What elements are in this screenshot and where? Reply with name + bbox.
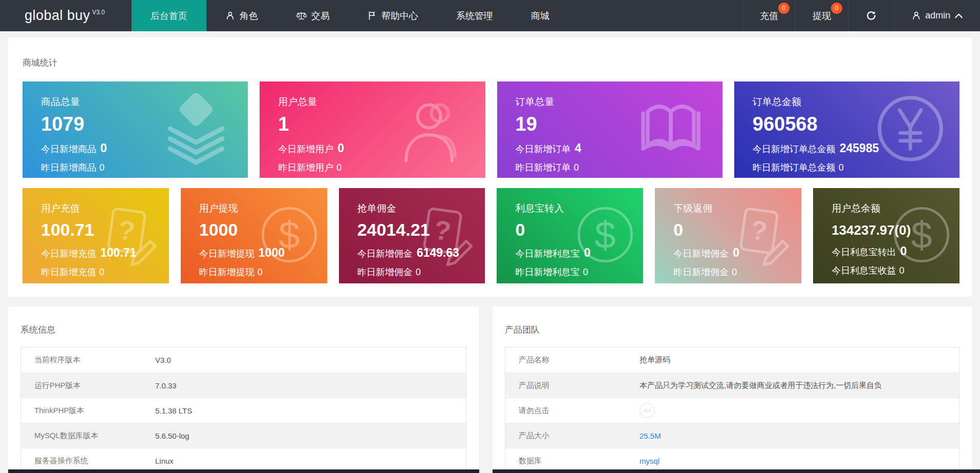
404-badge[interactable]: 404 — [640, 403, 655, 418]
table-row: ThinkPHP版本 5.1.38 LTS — [21, 398, 466, 423]
recharge-badge: 0 — [778, 3, 790, 14]
system-info-panel: 系统信息 当前程序版本 V3.0 运行PHP版本 7.0.33 ThinkPHP… — [8, 306, 479, 473]
dollar-circle-icon: $ — [891, 204, 952, 268]
admin-username: admin — [925, 10, 950, 21]
svg-text:?: ? — [749, 214, 770, 246]
stat-card-user-withdraw: 用户提现 1000 今日新增提现1000 昨日新增提现0 $ — [181, 188, 327, 283]
table-row: 运行PHP版本 7.0.33 — [21, 373, 466, 398]
svg-text:$: $ — [595, 214, 616, 256]
svg-text:$: $ — [279, 214, 300, 256]
users-icon — [395, 90, 472, 169]
stats-section-title: 商城统计 — [23, 57, 960, 69]
navbar-right: 充值 0 提现 0 admin — [742, 0, 980, 31]
stats-row-2: 用户充值 100.71 今日新增充值100.71 昨日新增充值0 ? 用户提现 … — [23, 188, 960, 283]
document-question-icon: ? — [730, 203, 794, 269]
chevron-up-icon — [954, 13, 963, 19]
nav-item-roles[interactable]: 角色 — [206, 0, 277, 31]
product-team-panel: 产品团队 产品名称 抢单源码 产品说明 本产品只为学习测试交流,请勿要做商业或者… — [493, 306, 972, 473]
table-row: 当前程序版本 V3.0 — [21, 347, 466, 373]
nav-item-system[interactable]: 系统管理 — [437, 0, 512, 31]
database-link[interactable]: mysql — [640, 457, 659, 465]
stat-card-total-users: 用户总量 1 今日新增用户0 昨日新增用户0 — [260, 81, 485, 178]
dollar-circle-icon: $ — [574, 204, 636, 268]
product-team-table: 产品名称 抢单源码 产品说明 本产品只为学习测试交流,请勿要做商业或者用于违法行… — [505, 347, 960, 473]
svg-text:?: ? — [116, 214, 137, 246]
withdraw-badge: 0 — [831, 3, 842, 14]
stat-card-total-order-amount: 订单总金额 960568 今日新增订单总金额245985 昨日新增订单总金额0 — [734, 81, 960, 178]
document-question-icon: ? — [414, 203, 478, 269]
document-question-icon: ? — [98, 203, 162, 269]
stats-row-1: 商品总量 1079 今日新增商品0 昨日新增商品0 用户总量 1 今日新增用户0… — [23, 81, 960, 178]
stat-card-total-products: 商品总量 1079 今日新增商品0 昨日新增商品0 — [23, 81, 248, 178]
stat-card-user-balance: 用户总余额 134237.97(0) 今日利息宝转出0 今日利息宝收益0 $ — [813, 188, 960, 283]
dollar-circle-icon: $ — [259, 204, 320, 268]
stat-card-total-orders: 订单总量 19 今日新增订单4 昨日新增订单0 — [497, 81, 722, 178]
refresh-icon — [865, 10, 877, 22]
table-row: 产品大小 25.5M — [505, 423, 959, 448]
stat-card-interest-in: 利息宝转入 0 今日新增利息宝0 昨日新增利息宝0 $ — [497, 188, 643, 283]
recharge-button[interactable]: 充值 0 — [742, 0, 795, 31]
bottom-bar-left — [8, 469, 479, 473]
stat-card-user-recharge: 用户充值 100.71 今日新增充值100.71 昨日新增充值0 ? — [23, 188, 169, 283]
main-menu: 后台首页 角色 交易 帮助中心 系统管理 商城 — [132, 0, 568, 31]
user-icon — [225, 11, 235, 20]
flag-icon — [368, 11, 377, 20]
svg-text:$: $ — [911, 214, 932, 256]
product-size-link[interactable]: 25.5M — [640, 431, 661, 440]
table-row: 请勿点击 404 — [505, 398, 959, 423]
brand-version: V3.0 — [92, 9, 105, 16]
product-team-title: 产品团队 — [505, 324, 960, 336]
admin-user-menu[interactable]: admin — [894, 0, 980, 31]
nav-item-trade[interactable]: 交易 — [277, 0, 349, 31]
app-logo: global buy V3.0 — [0, 0, 132, 31]
refresh-button[interactable] — [848, 0, 894, 31]
system-info-table: 当前程序版本 V3.0 运行PHP版本 7.0.33 ThinkPHP版本 5.… — [20, 347, 466, 473]
yen-circle-icon — [875, 93, 946, 167]
nav-item-help-center[interactable]: 帮助中心 — [349, 0, 437, 31]
navbar-spacer — [568, 0, 742, 31]
system-info-title: 系统信息 — [20, 324, 466, 336]
layers-icon — [158, 90, 235, 169]
user-icon — [911, 11, 921, 20]
top-navbar: global buy V3.0 后台首页 角色 交易 帮助中心 系统管理 商城 … — [0, 0, 980, 31]
bottom-bar-right — [493, 469, 980, 473]
nav-item-dashboard[interactable]: 后台首页 — [132, 0, 206, 31]
nav-item-mall[interactable]: 商城 — [512, 0, 568, 31]
table-row: 产品名称 抢单源码 — [505, 347, 959, 373]
stat-card-order-commission: 抢单佣金 24014.21 今日新增佣金6149.63 昨日新增佣金0 ? — [339, 188, 485, 283]
table-row: 产品说明 本产品只为学习测试交流,请勿要做商业或者用于违法行为,一切后果自负 — [505, 373, 959, 398]
table-row: MySQL数据库版本 5.6.50-log — [21, 423, 466, 448]
scales-icon — [296, 11, 307, 21]
svg-text:?: ? — [433, 214, 453, 246]
stats-panel: 商城统计 商品总量 1079 今日新增商品0 昨日新增商品0 用户总量 1 今日… — [8, 37, 972, 297]
brand-name: global buy — [25, 8, 90, 24]
withdraw-button[interactable]: 提现 0 — [795, 0, 848, 31]
stat-card-sub-rebate: 下级返佣 0 今日新增佣金0 昨日新增佣金0 ? — [655, 188, 801, 283]
book-icon — [632, 90, 709, 169]
